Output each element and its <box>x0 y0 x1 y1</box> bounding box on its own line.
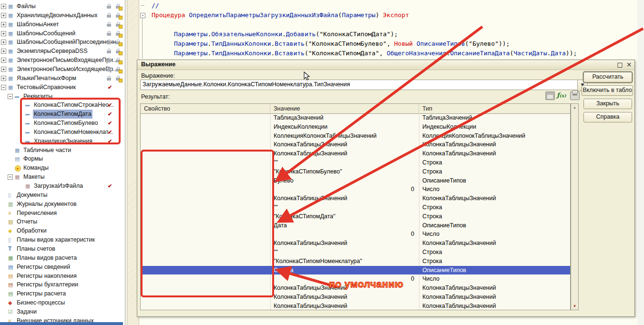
button-close[interactable]: Закрыть <box>583 99 632 109</box>
result-row[interactable]: Имя"КолонкаСТипомБулево"Строка <box>141 167 570 176</box>
result-row[interactable]: Заголовок""Строка <box>141 248 570 257</box>
dialog-titlebar[interactable]: Выражение □ × <box>137 60 634 70</box>
button-add-to-watch[interactable]: Включить в табло <box>582 85 633 96</box>
result-row[interactable]: +ОписаниеОшибкиКолонкаТаблицыЗначенийКол… <box>141 302 570 311</box>
attr-icon: ▬ <box>25 110 30 119</box>
tree-item-label: КолонкаСТипомНоменклат... <box>33 128 114 137</box>
sidebar-item-табличные-части[interactable]: ▦Табличные части <box>0 146 125 155</box>
sidebar-item-файлы[interactable]: +▦Файлы <box>0 2 125 11</box>
result-row[interactable]: −КолонкиКоллекцияКолонокТаблицыЗначенийК… <box>141 132 570 141</box>
collapse-icon[interactable]: − <box>8 94 13 99</box>
table-scrollbar[interactable]: ▲ ▼ <box>571 103 579 310</box>
sidebar-item-планы-счетов[interactable]: ТПланы счетов <box>0 244 125 254</box>
sidebar-item-отчеты[interactable]: ▨Отчеты <box>0 217 125 226</box>
sidebar-item-электронноеписьмовходящеепри-[interactable]: +▦ЭлектронноеПисьмоВходящееПри... <box>0 56 125 65</box>
result-row[interactable]: Имя"КолонкаСТипомДата"Строка <box>141 212 570 221</box>
result-row[interactable]: +ТипЗначенияСтрокаОписаниеТипов <box>141 266 570 275</box>
expand-icon[interactable]: + <box>1 49 6 54</box>
sidebar-item-регистры-накопления[interactable]: ▤Регистры накопления <box>0 272 125 281</box>
sidebar-item-планы-видов-характеристик[interactable]: ▯Планы видов характеристик <box>0 235 125 244</box>
result-row[interactable]: ИндексыИндексыКоллекцииИндексыКоллекции <box>141 122 570 132</box>
scroll-up-icon[interactable]: ▲ <box>571 104 578 111</box>
result-row[interactable]: −ЗагружаемыеДанныеТаблицаЗначенийТаблица… <box>141 113 570 122</box>
expand-icon[interactable]: + <box>1 58 6 63</box>
save-result-icon[interactable] <box>545 91 555 100</box>
expand-icon[interactable]: + <box>1 13 6 18</box>
button-calculate[interactable]: Рассчитать <box>583 72 632 82</box>
sidebar-item-регистры-сведений[interactable]: ▤Регистры сведений <box>0 263 125 272</box>
result-row[interactable]: −КолонкаСТипомДатаКолонкаТаблицыЗначений… <box>141 194 570 203</box>
cell-value: Булево <box>270 176 419 185</box>
sidebar-item-макеты[interactable]: −▦Макеты <box>0 173 125 182</box>
sidebar-item-экземплярысервераdss[interactable]: +▦ЭкземплярыСервераDSS <box>0 47 125 56</box>
cell-value: "КолонкаСТипомНоменклатура" <box>270 257 419 266</box>
code-line: Параметры.ТипДанныхКолонки.Вставить("Кол… <box>152 39 577 49</box>
result-row[interactable]: +ТипЗначенияБулевоОписаниеТипов <box>141 176 570 185</box>
sidebar-item-загрузкаизфайла[interactable]: ▦ЗагрузкаИзФайла✔ <box>0 182 125 191</box>
expand-icon[interactable]: + <box>1 40 6 45</box>
sidebar-item-шаблонысообщений[interactable]: +▦ШаблоныСообщений <box>0 29 125 38</box>
expand-icon[interactable]: + <box>1 76 6 81</box>
sidebar-item-команды[interactable]: ▸Команды <box>0 163 125 173</box>
result-row[interactable]: −КолонкаСТипомНоменклатураКолонкаТаблицы… <box>141 239 570 248</box>
sidebar-item-колонкастипомстроканео-[interactable]: ▬КолонкаСТипомСтрокаНео...✔ <box>0 101 125 110</box>
sidebar-item-перечисления[interactable]: ≡Перечисления <box>0 209 125 218</box>
collapse-icon[interactable]: − <box>8 174 13 180</box>
sidebar-item-задачи[interactable]: ☑Задачи <box>0 307 125 316</box>
sidebar-item-колонкастипомбулево[interactable]: ▬КолонкаСТипомБулево✔ <box>0 119 125 128</box>
sidebar-item-регистры-бухгалтерии[interactable]: ▤Регистры бухгалтерии <box>0 280 125 289</box>
sidebar-item-колонкастипомдата[interactable]: ▬КолонкаСТипомДата✔ <box>0 110 125 119</box>
print-icon[interactable] <box>570 91 580 100</box>
result-row[interactable]: −КолонкаСТипомБулевоКолонкаТаблицыЗначен… <box>141 149 570 158</box>
result-row[interactable]: +ОбъектСопоставленияКолонкаТаблицыЗначен… <box>141 293 570 302</box>
sidebar-item-планы-видов-расчета[interactable]: ▦Планы видов расчета <box>0 254 125 263</box>
expand-icon[interactable]: + <box>1 22 6 27</box>
column-header-value[interactable]: Значение <box>270 104 419 113</box>
expression-input[interactable]: ЗагружаемыеДанные.Колонки.КолонкаСТипомН… <box>140 80 578 90</box>
sidebar-item-формы[interactable]: ▤Формы <box>0 154 125 163</box>
expand-icon[interactable]: + <box>1 4 6 9</box>
metadata-tree-panel[interactable]: +▦Файлы+▦ХранилищеДвоичныхДанных+▦Шаблон… <box>0 0 125 325</box>
fold-collapse-icon[interactable]: - <box>140 13 145 18</box>
close-icon[interactable]: × <box>625 61 633 69</box>
sidebar-item-бизнес-процессы[interactable]: ◆Бизнес-процессы <box>0 298 125 307</box>
expand-icon[interactable]: + <box>1 67 6 72</box>
sidebar-item-электронноеписьмоисходящеепр-[interactable]: +▦ЭлектронноеПисьмоИсходящееПр... <box>0 65 125 74</box>
sidebar-item-шаблоныанкет[interactable]: +▦ШаблоныАнкет <box>0 20 125 29</box>
column-header-property[interactable]: Свойство <box>141 104 270 113</box>
sidebar-item-документы[interactable]: ▯Документы <box>0 191 125 200</box>
sidebar-item-колонкастипомноменклат-[interactable]: ▬КолонкаСТипомНоменклат...✔ <box>0 128 125 137</box>
result-row[interactable]: Ширина0Число <box>141 230 570 239</box>
result-row[interactable]: +ТипЗначенияДатаОписаниеТипов <box>141 221 570 230</box>
cell-type: Строка <box>419 212 571 221</box>
sidebar-item-языкипечатныхформ[interactable]: +▦ЯзыкиПечатныхФорм <box>0 74 125 83</box>
modified-check-icon: ✔ <box>108 128 112 137</box>
function-icon[interactable]: ƒ(x) <box>557 91 569 99</box>
button-help[interactable]: Справка <box>583 112 632 122</box>
sidebar-item-журналы-документов[interactable]: ▥Журналы документов <box>0 200 125 209</box>
scroll-down-icon[interactable]: ▼ <box>571 303 578 310</box>
sidebar-item-реквизиты[interactable]: −▬Реквизиты <box>0 92 125 101</box>
lock-object-icon <box>116 57 123 64</box>
column-header-type[interactable]: Тип <box>419 104 571 113</box>
tree-item-label: ШаблоныСообщенийПрисоединенн... <box>16 38 122 47</box>
sidebar-item-тестовыйсправочник[interactable]: −▦ТестовыйСправочник✔ <box>0 83 125 92</box>
code-line <box>152 20 577 30</box>
tree-item-label: ШаблоныАнкет <box>16 20 60 29</box>
result-row[interactable]: Ширина0Число <box>141 185 570 194</box>
tree-item-label: Обработки <box>16 226 48 235</box>
result-table-header: Свойство Значение Тип <box>141 104 570 114</box>
maximize-icon[interactable]: □ <box>616 61 624 69</box>
result-row[interactable]: Заголовок""Строка <box>141 203 570 212</box>
sidebar-item-хранилищедвоичныхданных[interactable]: +▦ХранилищеДвоичныхДанных <box>0 11 125 20</box>
result-row[interactable]: +ИдентификаторКолонкаТаблицыЗначенийКоло… <box>141 140 570 149</box>
sidebar-item-хранилищезначения[interactable]: ▬ХранилищеЗначения✔ <box>0 137 125 146</box>
collapse-icon[interactable]: − <box>1 85 6 90</box>
sidebar-item-регистры-расчета[interactable]: ▤Регистры расчета <box>0 289 125 298</box>
cell-value: Дата <box>270 221 419 230</box>
expand-icon[interactable]: + <box>1 31 6 36</box>
sidebar-item-шаблонысообщенийприсоединенн-[interactable]: +▦ШаблоныСообщенийПрисоединенн... <box>0 38 125 47</box>
result-row[interactable]: Имя"КолонкаСТипомНоменклатура"Строка <box>141 257 570 266</box>
sidebar-item-обработки[interactable]: ◆Обработки <box>0 226 125 235</box>
result-row[interactable]: Заголовок""Строка <box>141 158 570 167</box>
